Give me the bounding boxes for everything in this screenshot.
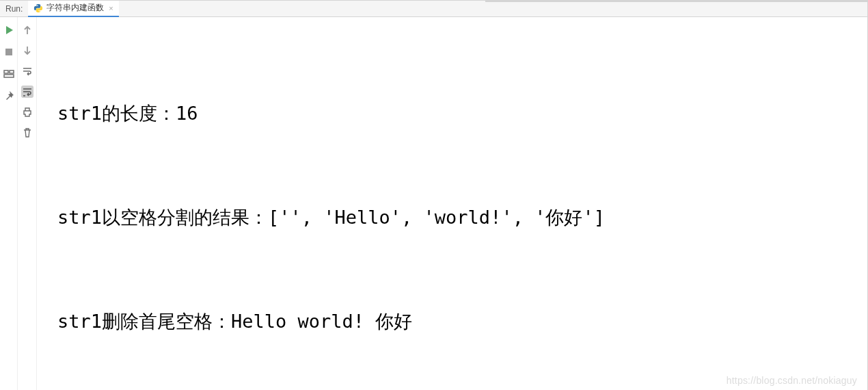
run-icon[interactable] [3,24,15,36]
output-line: str1以空格分割的结果：['', 'Hello', 'world!', '你好… [57,200,860,235]
console-output: str1的长度：16 str1以空格分割的结果：['', 'Hello', 'w… [37,17,867,390]
step-down-icon[interactable] [21,44,33,57]
svg-rect-2 [10,70,14,73]
step-up-icon[interactable] [21,24,33,36]
soft-wrap-icon[interactable] [21,65,33,77]
watermark: https://blog.csdn.net/nokiaguy [727,375,857,386]
print-icon[interactable] [21,106,33,118]
trash-icon[interactable] [21,127,33,139]
pin-icon[interactable] [3,90,15,102]
layout-icon[interactable] [3,68,15,80]
run-tab[interactable]: 字符串内建函数 × [28,1,118,17]
run-panel-header: Run: 字符串内建函数 × [0,1,867,17]
run-label: Run: [0,4,28,14]
run-toolbar-left [0,17,18,390]
output-line: str1删除首尾空格：Hello world! 你好 [57,304,860,339]
python-icon [33,3,43,13]
run-panel: Run: 字符串内建函数 × [0,0,868,390]
scroll-to-end-icon[interactable] [21,86,33,98]
close-tab-icon[interactable]: × [109,4,113,12]
svg-rect-1 [4,70,8,73]
run-toolbar-right [18,17,37,390]
run-tab-label: 字符串内建函数 [46,2,104,14]
output-line: str1的长度：16 [57,96,860,131]
stop-icon[interactable] [3,46,15,58]
svg-rect-3 [4,75,14,77]
svg-rect-0 [5,49,12,55]
